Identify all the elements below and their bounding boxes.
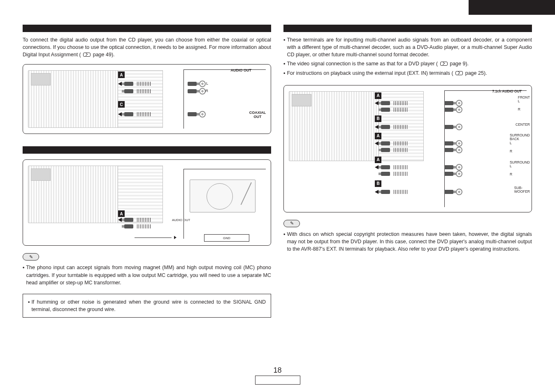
- phono-note: • The phono input can accept signals fro…: [23, 264, 271, 286]
- ext-note: • With discs on which special copyright …: [283, 231, 532, 253]
- arrow-icon: [375, 141, 379, 145]
- label-front: FRONT L R: [518, 96, 530, 112]
- cable-icon: [392, 101, 407, 105]
- section-bar-cd: [23, 25, 271, 32]
- ext-bullet-1: • These terminals are for inputting mult…: [283, 36, 532, 58]
- ext-bullet-3: • For instructions on playback using the…: [283, 69, 532, 77]
- bullet-icon: •: [23, 264, 24, 271]
- bullet-icon: •: [283, 69, 285, 77]
- rca-plug-icon: [381, 101, 390, 105]
- rca-plug-icon: [188, 89, 197, 93]
- rca-jack-icon: [456, 171, 462, 177]
- label-center: CENTER: [516, 123, 530, 127]
- rca-plug-icon: [188, 82, 197, 86]
- label-71-audio-out: 7.1ch AUDIO OUT: [492, 89, 522, 93]
- arrow-icon: [375, 125, 379, 129]
- coax-plug-icon: [124, 112, 133, 116]
- rca-plug-icon: [381, 108, 390, 112]
- marker-c: C: [118, 101, 125, 108]
- label-audio-out: AUDIO OUT: [172, 218, 190, 222]
- label-subwoofer: SUB- WOOFER: [514, 186, 530, 194]
- rca-plug-icon: [124, 89, 133, 93]
- rca-jack-icon: [456, 140, 462, 147]
- rca-plug-icon: [381, 165, 390, 169]
- label-surround: SURROUNDLR: [510, 161, 530, 177]
- cable-icon: [136, 82, 151, 86]
- marker-b: B: [375, 180, 381, 187]
- marker-a: A: [375, 92, 381, 99]
- rca-plug-icon: [444, 172, 453, 176]
- rca-plug-icon: [381, 190, 390, 194]
- label-surround-back: SURROUND BACKLR: [510, 134, 530, 154]
- arrow-icon: [118, 82, 122, 86]
- rca-plug-icon: [444, 141, 453, 145]
- rca-plug-icon: [444, 101, 453, 105]
- rca-jack-icon: [199, 88, 206, 95]
- cable-icon: [392, 165, 407, 169]
- right-column: • These terminals are for inputting mult…: [283, 25, 532, 318]
- page-ref-icon: [440, 62, 448, 66]
- turntable-box: A AUDIO OUT: [183, 169, 266, 239]
- cable-icon: [136, 112, 151, 116]
- cd-intro-pre: To connect the digital audio output from…: [23, 37, 271, 58]
- label-r: R: [206, 89, 209, 93]
- rca-plug-icon: [381, 141, 390, 145]
- turntable-glyph: [190, 180, 255, 212]
- rca-plug-icon: [444, 148, 453, 152]
- rca-jack-icon: [456, 189, 462, 195]
- section-bar-phono: [23, 146, 271, 154]
- cd-intro: To connect the digital audio output from…: [23, 36, 271, 58]
- rca-plug-icon: [444, 125, 453, 129]
- cd-connection-diagram: AUDIO OUT A L: [23, 64, 271, 134]
- marker-a: A: [375, 157, 381, 163]
- arrow-icon: [375, 190, 379, 194]
- rca-plug-icon: [124, 218, 133, 222]
- cable-icon: [392, 148, 407, 152]
- cable-icon: [136, 218, 151, 222]
- rca-plug-icon: [381, 125, 390, 129]
- side-tab: [469, 0, 555, 15]
- rca-plug-icon: [124, 224, 133, 228]
- marker-a: A: [118, 71, 125, 78]
- rca-plug-icon: [381, 148, 390, 152]
- receiver-extra-glyph: [118, 70, 163, 128]
- label-coax-out: COAXIAL OUT: [247, 111, 268, 119]
- left-column: To connect the digital audio output from…: [23, 25, 271, 318]
- rca-plug-icon: [444, 108, 453, 112]
- page-number-box: [255, 376, 300, 385]
- note-icon: [283, 220, 300, 227]
- phono-hum-note-box: • If humming or other noise is generated…: [23, 294, 271, 318]
- multichannel-source-box: 7.1ch AUDIO OUT A FRONT L R: [444, 90, 527, 207]
- rca-jack-icon: [456, 124, 462, 130]
- gnd-label: GND: [204, 234, 249, 242]
- marker-a: A: [375, 133, 381, 139]
- bullet-icon: •: [283, 231, 285, 238]
- cable-icon: [392, 190, 407, 194]
- page-number: 18: [255, 366, 300, 375]
- bullet-icon: •: [283, 36, 285, 44]
- marker-b: B: [375, 115, 381, 122]
- cable-icon: [136, 89, 151, 93]
- page-ref-icon: [455, 71, 463, 75]
- note-icon: [23, 253, 39, 261]
- rca-jack-icon: [456, 100, 462, 106]
- rca-plug-icon: [444, 190, 453, 194]
- cable-icon: [392, 125, 407, 129]
- ext-bullet-2: • The video signal connection is the sam…: [283, 60, 532, 67]
- rca-jack-icon: [456, 106, 462, 113]
- bullet-icon: •: [28, 298, 30, 306]
- ext-in-diagram: 7.1ch AUDIO OUT A FRONT L R: [283, 85, 532, 212]
- rca-jack-icon: [199, 111, 206, 118]
- rca-plug-icon: [444, 165, 453, 169]
- rca-jack-icon: [456, 164, 462, 171]
- arrow-icon: [375, 165, 379, 169]
- rca-jack-icon: [456, 147, 462, 153]
- cable-icon: [392, 108, 407, 112]
- bullet-icon: •: [283, 60, 285, 67]
- label-audio-out: AUDIO OUT: [231, 68, 252, 72]
- arrow-icon: [375, 101, 379, 105]
- rca-plug-icon: [124, 82, 133, 86]
- phono-connection-diagram: A AUDIO OUT: [23, 159, 271, 246]
- rca-jack-icon: [199, 81, 206, 87]
- marker-a: A: [118, 210, 125, 217]
